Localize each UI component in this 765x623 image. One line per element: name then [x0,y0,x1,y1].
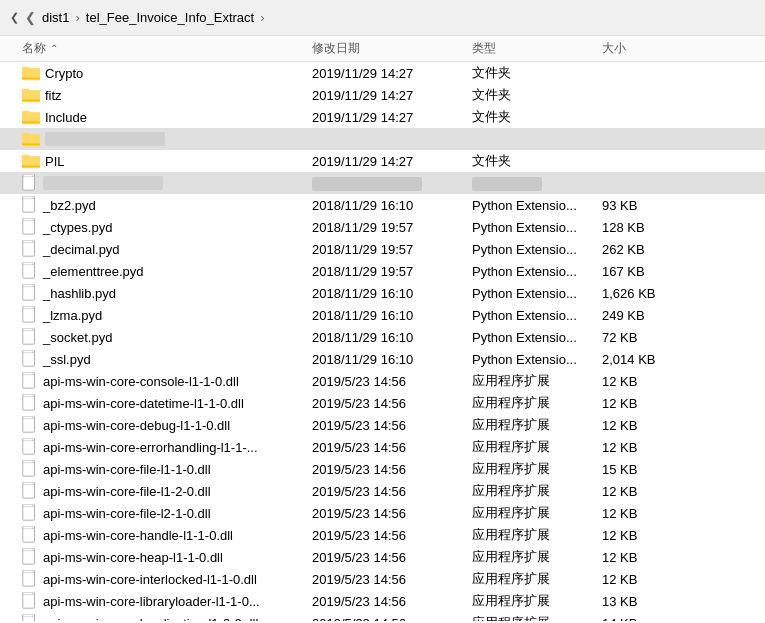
file-name-cell: _lzma.pyd [22,306,312,324]
file-size-cell: 72 KB [602,330,682,345]
file-size-cell: 12 KB [602,550,682,565]
file-date-cell: 2019/5/23 14:56 [312,462,472,477]
file-size-cell: 262 KB [602,242,682,257]
table-row[interactable]: _ssl.pyd 2018/11/29 16:10 Python Extensi… [0,348,765,370]
table-row[interactable]: _decimal.pyd 2018/11/29 19:57 Python Ext… [0,238,765,260]
table-row[interactable]: Include 2019/11/29 14:27 文件夹 [0,106,765,128]
file-name-text: api-ms-win-core-interlocked-l1-1-0.dll [43,572,257,587]
file-name-text: api-ms-win-core-file-l1-2-0.dll [43,484,211,499]
file-name-cell: _ctypes.pyd [22,218,312,236]
file-icon [22,570,38,588]
file-date-cell [312,175,472,191]
col-type[interactable]: 类型 [472,40,602,57]
file-date-cell: 2019/5/23 14:56 [312,550,472,565]
file-date-cell: 2019/5/23 14:56 [312,528,472,543]
file-icon [22,394,38,412]
file-size-cell: 93 KB [602,198,682,213]
col-size[interactable]: 大小 [602,40,682,57]
file-type-cell: Python Extensio... [472,198,602,213]
file-size-cell: 12 KB [602,440,682,455]
file-date-cell: 2019/5/23 14:56 [312,506,472,521]
table-row[interactable]: api-ms-win-core-datetime-l1-1-0.dll 2019… [0,392,765,414]
table-row[interactable]: fitz 2019/11/29 14:27 文件夹 [0,84,765,106]
file-size-cell: 167 KB [602,264,682,279]
file-date-cell: 2019/5/23 14:56 [312,418,472,433]
col-name[interactable]: 名称 ⌃ [22,40,312,57]
table-row[interactable]: Crypto 2019/11/29 14:27 文件夹 [0,62,765,84]
file-name-text: fitz [45,88,62,103]
file-name-cell: _elementtree.pyd [22,262,312,280]
file-date-cell: 2018/11/29 16:10 [312,286,472,301]
folder-icon [22,87,40,103]
table-row[interactable]: api-ms-win-core-console-l1-1-0.dll 2019/… [0,370,765,392]
file-name-text: _socket.pyd [43,330,112,345]
address-sep2: › [260,10,264,25]
file-icon [22,262,38,280]
table-row[interactable] [0,128,765,150]
table-row[interactable]: api-ms-win-core-errorhandling-l1-1-... 2… [0,436,765,458]
file-name-cell: api-ms-win-core-interlocked-l1-1-0.dll [22,570,312,588]
file-size-cell: 15 KB [602,462,682,477]
table-row[interactable] [0,172,765,194]
file-name-cell: api-ms-win-core-console-l1-1-0.dll [22,372,312,390]
address-sep1: › [75,10,79,25]
table-row[interactable]: api-ms-win-core-file-l2-1-0.dll 2019/5/2… [0,502,765,524]
col-date[interactable]: 修改日期 [312,40,472,57]
file-icon [22,482,38,500]
folder-icon [22,153,40,169]
file-name-cell: api-ms-win-core-heap-l1-1-0.dll [22,548,312,566]
file-name-cell: api-ms-win-core-errorhandling-l1-1-... [22,438,312,456]
table-row[interactable]: _hashlib.pyd 2018/11/29 16:10 Python Ext… [0,282,765,304]
file-date-cell: 2018/11/29 16:10 [312,352,472,367]
table-row[interactable]: _bz2.pyd 2018/11/29 16:10 Python Extensi… [0,194,765,216]
file-name-cell: Include [22,109,312,125]
file-date-cell: 2018/11/29 16:10 [312,198,472,213]
blurred-name [43,176,163,190]
file-date-cell: 2019/11/29 14:27 [312,110,472,125]
file-name-cell [22,131,312,147]
file-type-cell: Python Extensio... [472,286,602,301]
file-name-text: _elementtree.pyd [43,264,143,279]
file-date-cell: 2019/5/23 14:56 [312,374,472,389]
address-folder: tel_Fee_Invoice_Info_Extract [86,10,254,25]
file-name-text: api-ms-win-core-file-l1-1-0.dll [43,462,211,477]
table-row[interactable]: api-ms-win-core-file-l1-2-0.dll 2019/5/2… [0,480,765,502]
table-row[interactable]: api-ms-win-core-interlocked-l1-1-0.dll 2… [0,568,765,590]
table-row[interactable]: api-ms-win-core-handle-l1-1-0.dll 2019/5… [0,524,765,546]
table-row[interactable]: PIL 2019/11/29 14:27 文件夹 [0,150,765,172]
svg-rect-24 [22,157,40,166]
table-row[interactable]: _socket.pyd 2018/11/29 16:10 Python Exte… [0,326,765,348]
file-list[interactable]: Crypto 2019/11/29 14:27 文件夹 fitz 2019/11… [0,62,765,621]
file-type-cell: Python Extensio... [472,242,602,257]
table-row[interactable]: api-ms-win-core-libraryloader-l1-1-0... … [0,590,765,612]
nav-back-icon[interactable]: ❮ [10,11,19,24]
file-size-cell: 14 KB [602,616,682,622]
table-row[interactable]: _elementtree.pyd 2018/11/29 19:57 Python… [0,260,765,282]
file-date-cell: 2019/11/29 14:27 [312,154,472,169]
table-row[interactable]: _lzma.pyd 2018/11/29 16:10 Python Extens… [0,304,765,326]
file-type-cell: 文件夹 [472,108,602,126]
file-type-cell: 应用程序扩展 [472,460,602,478]
file-size-cell: 128 KB [602,220,682,235]
file-type-cell: 应用程序扩展 [472,548,602,566]
file-date-cell: 2019/5/23 14:56 [312,484,472,499]
table-row[interactable]: _ctypes.pyd 2018/11/29 19:57 Python Exte… [0,216,765,238]
table-row[interactable]: api-ms-win-core-heap-l1-1-0.dll 2019/5/2… [0,546,765,568]
table-row[interactable]: api-ms-win-core-debug-l1-1-0.dll 2019/5/… [0,414,765,436]
file-icon [22,240,38,258]
file-icon [22,174,38,192]
table-row[interactable]: api-ms-win-core-localization-l1-2-0.dll … [0,612,765,621]
address-dist1: dist1 [42,10,69,25]
file-name-text: api-ms-win-core-libraryloader-l1-1-0... [43,594,260,609]
file-date-cell: 2019/5/23 14:56 [312,594,472,609]
file-date-cell: 2019/11/29 14:27 [312,88,472,103]
file-name-text: api-ms-win-core-debug-l1-1-0.dll [43,418,230,433]
file-size-cell: 12 KB [602,418,682,433]
file-icon [22,460,38,478]
table-row[interactable]: api-ms-win-core-file-l1-1-0.dll 2019/5/2… [0,458,765,480]
address-bar[interactable]: ❮ ❮ dist1 › tel_Fee_Invoice_Info_Extract… [0,0,765,36]
file-size-cell: 12 KB [602,374,682,389]
file-icon [22,350,38,368]
file-name-text: _ctypes.pyd [43,220,112,235]
file-type-cell: Python Extensio... [472,330,602,345]
